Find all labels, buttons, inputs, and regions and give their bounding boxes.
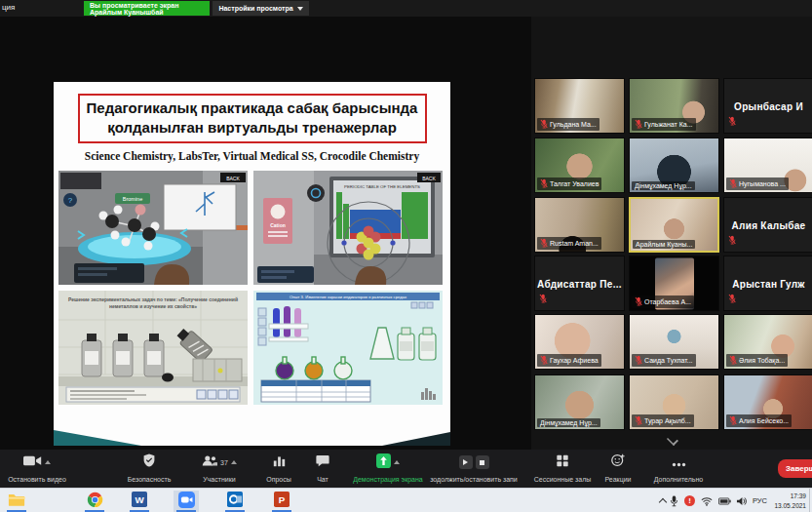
taskbar-app-chrome[interactable]	[82, 491, 107, 512]
zoom-meeting-window: ция Вы просматриваете экран Арайлым Куан…	[0, 0, 812, 512]
taskbar-app-outlook[interactable]	[222, 491, 248, 512]
participant-tile[interactable]: Дінмұхамед Нұр...	[629, 138, 719, 193]
participant-name: Арыстан Гулж	[724, 278, 812, 289]
toolbar-button-label: Опросы	[266, 476, 291, 483]
sim-caption-line1: Решение экспериментальных задач по теме:…	[68, 296, 238, 302]
participant-name-label: Гульжанат Ка...	[632, 118, 696, 131]
muted-mic-icon	[728, 290, 736, 307]
end-meeting-button[interactable]: Заверш	[778, 459, 812, 478]
stop-recording-icon[interactable]	[476, 455, 489, 469]
participant-tile[interactable]: Rustam Aman...	[534, 197, 625, 253]
participant-tile[interactable]: Дінмұхамед Нұр...	[534, 374, 625, 430]
toolbar-button-participants[interactable]: 37Участники	[189, 453, 250, 485]
reactions-icon	[611, 453, 625, 471]
toolbar-button-more[interactable]: Дополнительно	[641, 453, 715, 485]
svg-text:?: ?	[68, 196, 73, 205]
toolbar-button-chat[interactable]: Чат	[306, 453, 339, 485]
slide-screenshot-vr-periodic-table: Cation PERIODIC TABLE OF THE ELEMENTS	[253, 171, 443, 285]
participant-name-label: Талгат Увалиев	[537, 177, 601, 190]
muted-mic-icon	[729, 415, 737, 426]
slide-screenshot-vr-molecule-lab: ? Bromine BACK	[58, 171, 248, 285]
svg-text:P: P	[279, 494, 286, 505]
participant-tile[interactable]: Алия Бейсеко...	[723, 374, 812, 430]
participant-tile[interactable]: Әлия Тобақа...	[723, 314, 812, 370]
participant-name: Талгат Увалиев	[550, 180, 599, 187]
taskbar-app-powerpoint[interactable]: P	[269, 491, 294, 512]
speaker-icon[interactable]	[736, 496, 747, 506]
sim-caption-line2: неметаллов и изучение их свойств»	[109, 303, 197, 309]
taskbar-app-zoom[interactable]	[174, 491, 199, 512]
participant-tile[interactable]: Гульжанат Ка...	[629, 78, 719, 134]
toolbar-button-label: Реакции	[604, 476, 631, 483]
participant-tile[interactable]: Турар Ақылб...	[629, 374, 719, 430]
toolbar-button-label: Сессионные залы	[534, 476, 592, 483]
participant-name-label: Саида Тухпат...	[632, 354, 696, 367]
share-screen-icon	[376, 453, 391, 472]
resume-recording-icon[interactable]	[459, 455, 473, 469]
windows-taskbar: WP ! РУС 17:39 13.05.2021	[0, 488, 812, 512]
toolbar-button-label: Остановить видео	[8, 476, 66, 483]
language-indicator[interactable]: РУС	[753, 496, 767, 505]
participant-name-label: Әлия Тобақа...	[726, 354, 788, 367]
slide-screenshots: ? Bromine BACK	[58, 171, 450, 405]
muted-mic-icon	[540, 119, 548, 130]
toolbar-button-shield[interactable]: Безопасность	[113, 453, 185, 485]
participant-tile[interactable]: Абдисаттар Пе...	[534, 256, 625, 311]
periodic-table-header: PERIODIC TABLE OF THE ELEMENTS	[344, 184, 420, 189]
chevron-up-icon[interactable]	[231, 460, 237, 464]
participant-name: Турар Ақылб...	[644, 417, 691, 424]
battery-icon[interactable]	[718, 497, 731, 505]
chevron-up-icon[interactable]	[45, 460, 51, 464]
taskbar-app-word[interactable]: W	[127, 491, 152, 512]
participant-tile[interactable]: Гаухар Афиева	[534, 314, 625, 370]
participant-tile[interactable]: Гульдана Ма...	[534, 78, 625, 134]
slide-decoration-left	[54, 430, 141, 446]
participant-tile[interactable]: Саида Тухпат...	[629, 314, 719, 370]
participant-name: Гульдана Ма...	[550, 121, 597, 128]
viewing-screen-label: Вы просматриваете экран Арайлым Куанышба…	[90, 2, 204, 16]
participant-name-label: Нугыманова ...	[726, 177, 789, 190]
presentation-slide: Педагогикалық практикада сабақ барысында…	[54, 82, 450, 446]
zoom-icon	[178, 492, 195, 512]
microphone-icon[interactable]	[670, 495, 678, 507]
participant-tile[interactable]: Отарбаева А...	[629, 256, 719, 311]
muted-mic-icon	[635, 355, 642, 366]
participant-name: Гаухар Афиева	[550, 357, 599, 364]
toolbar-button-record[interactable]: зодолжить/остановить запи	[419, 453, 528, 485]
view-settings-label: Настройки просмотра	[218, 5, 292, 12]
participant-tile[interactable]: Талгат Увалиев	[534, 138, 625, 193]
participant-name-label: Дінмұхамед Нұр...	[632, 181, 695, 190]
lab-window-title: Опыт 3. Изменение окраски индикаторов в …	[290, 295, 407, 299]
notification-icon[interactable]: !	[684, 495, 695, 506]
view-settings-button[interactable]: Настройки просмотра	[213, 1, 309, 16]
scroll-participants-button[interactable]	[666, 434, 679, 443]
wifi-icon[interactable]	[701, 496, 713, 506]
taskbar-clock[interactable]: 17:39 13.05.2021	[771, 492, 806, 510]
participant-name: Абдисаттар Пе...	[535, 278, 624, 289]
toolbar-button-polls[interactable]: Опросы	[255, 453, 302, 485]
participant-name-label: Турар Ақылб...	[632, 414, 694, 427]
muted-mic-icon	[729, 355, 737, 366]
slide-screenshot-chem-sim: Решение экспериментальных задач по теме:…	[58, 291, 248, 405]
muted-mic-icon	[540, 238, 548, 249]
participant-tile[interactable]: Арыстан Гулж	[723, 256, 812, 311]
participant-name-label: Арайлым Куаны...	[633, 240, 695, 249]
toolbar-button-breakout[interactable]: Сессионные залы	[528, 453, 597, 485]
chevron-up-icon[interactable]	[394, 460, 400, 464]
viewing-screen-banner: Вы просматриваете экран Арайлым Куанышба…	[84, 1, 210, 16]
participant-name: Дінмұхамед Нұр...	[540, 419, 598, 426]
participant-tile[interactable]: Орынбасар И	[723, 78, 812, 134]
participant-tile[interactable]: Алия Калыбае	[723, 197, 812, 253]
participant-name-label: Алия Бейсеко...	[726, 414, 792, 427]
toolbar-button-reactions[interactable]: Реакции	[597, 453, 639, 485]
hidden-icons-chevron[interactable]	[659, 497, 667, 505]
toolbar-button-video-camera[interactable]: Остановить видео	[2, 453, 72, 485]
participant-tile[interactable]: Нугыманова ...	[723, 138, 812, 193]
participant-tile[interactable]: Арайлым Куаны...	[629, 197, 719, 253]
breakout-icon	[556, 453, 569, 471]
file-explorer-icon	[8, 492, 25, 511]
taskbar-app-file-explorer[interactable]	[4, 491, 29, 512]
reagent-bottles	[82, 334, 164, 376]
viewer-top-bar: ция Вы просматриваете экран Арайлым Куан…	[0, 0, 812, 17]
participants-gallery: Гульдана Ма...Гульжанат Ка...Орынбасар И…	[531, 17, 812, 450]
